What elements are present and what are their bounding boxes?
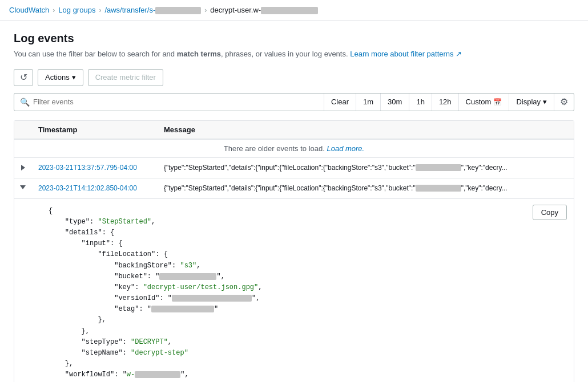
table-row: 2023-03-21T13:37:57.795-04:00 {"type":"S… [14,158,574,178]
row1-bucket-redacted [416,164,461,171]
row1-timestamp[interactable]: 2023-03-21T13:37:57.795-04:00 [31,158,157,177]
log-events-table: Timestamp Message There are older events… [14,120,574,382]
breadcrumb-sep-3: › [204,6,207,14]
display-chevron: ▾ [543,97,547,106]
breadcrumb-log-groups[interactable]: Log groups [58,6,95,14]
json-line: "details": { [49,227,565,238]
expand-col-header [14,121,31,139]
display-label: Display [516,97,541,106]
time-1m-button[interactable]: 1m [356,94,381,111]
table-header: Timestamp Message [14,121,574,140]
row2-bucket-redacted [416,185,461,192]
json-line: "type": "StepStarted", [49,217,565,227]
json-line: "versionId": "", [49,293,565,304]
page-description: You can use the filter bar below to sear… [14,48,574,60]
json-bucket-redacted [159,273,216,280]
time-12h-button[interactable]: 12h [432,94,459,111]
json-etag-redacted [151,306,214,312]
refresh-button[interactable]: ↺ [14,69,33,86]
breadcrumb-sep-2: › [99,6,101,14]
settings-icon: ⚙ [560,96,568,107]
json-line: "input": { [49,238,565,249]
load-more-notice: There are older events to load. Load mor… [14,140,574,158]
row2-message: {"type":"StepStarted","details":{"input"… [157,178,574,198]
load-more-link[interactable]: Load more. [327,144,364,153]
custom-calendar-icon: 📅 [493,98,502,106]
clear-button[interactable]: Clear [324,94,356,111]
timestamp-col-header: Timestamp [31,121,157,139]
notice-text: There are older events to load. [224,144,327,153]
json-line: }, [49,359,565,369]
json-line: }, [49,326,565,337]
json-line: "stepName": "decrypt-step" [49,348,565,359]
breadcrumb: CloudWatch › Log groups › /aws/transfer/… [0,0,588,21]
json-line: }, [49,315,565,326]
collapse-arrow-icon [20,185,26,189]
message-col-header: Message [157,121,574,139]
search-icon: 🔍 [20,97,30,107]
json-line: "workflowId": "w-", [49,369,565,380]
display-button[interactable]: Display ▾ [509,94,554,111]
time-30m-button[interactable]: 30m [381,94,409,111]
expanded-json-content: Copy { "type": "StepStarted", "details":… [14,199,574,382]
custom-button[interactable]: Custom 📅 [459,94,510,111]
expand-row1-button[interactable] [14,159,31,176]
row2-timestamp[interactable]: 2023-03-21T14:12:02.850-04:00 [31,178,157,198]
breadcrumb-transfer-path[interactable]: /aws/transfer/s- [104,6,201,14]
breadcrumb-sep-1: › [53,6,55,14]
main-content: Log events You can use the filter bar be… [0,21,588,382]
expand-arrow-icon [21,165,25,170]
json-line: "fileLocation": { [49,249,565,260]
json-line: "bucket": "", [49,271,565,282]
time-1h-button[interactable]: 1h [409,94,432,111]
json-line: "etag": "" [49,304,565,315]
copy-button[interactable]: Copy [533,205,567,220]
breadcrumb-transfer-redacted [155,7,201,14]
json-line: "key": "decrypt-user/test.json.gpg", [49,282,565,293]
table-row: 2023-03-21T14:12:02.850-04:00 {"type":"S… [14,178,574,199]
actions-button[interactable]: Actions ▾ [38,69,83,86]
actions-label: Actions [45,73,70,82]
learn-more-link[interactable]: Learn more about filter patterns ↗ [350,50,462,58]
breadcrumb-current: decrypt-user.w- [210,6,318,14]
expand-row2-button[interactable] [14,180,31,195]
json-line: "stepType": "DECRYPT", [49,337,565,348]
breadcrumb-current-redacted [261,7,318,14]
filter-row: 🔍 Clear 1m 30m 1h 12h Custom 📅 Display ▾… [14,93,574,111]
json-display: Copy { "type": "StepStarted", "details":… [14,199,574,382]
json-workflowid-redacted [135,371,180,378]
search-container: 🔍 [14,94,324,111]
toolbar: ↺ Actions ▾ Create metric filter [14,69,574,86]
actions-chevron: ▾ [72,73,76,82]
json-line: { [49,206,565,217]
page-title: Log events [14,32,574,45]
breadcrumb-cloudwatch[interactable]: CloudWatch [9,6,49,14]
row1-message: {"type":"StepStarted","details":{"input"… [157,158,574,177]
json-versionid-redacted [172,295,252,302]
json-line: "backingStore": "s3", [49,261,565,271]
settings-button[interactable]: ⚙ [554,94,574,111]
search-input[interactable] [33,97,318,106]
create-metric-button[interactable]: Create metric filter [88,69,163,86]
custom-label: Custom [466,97,492,106]
